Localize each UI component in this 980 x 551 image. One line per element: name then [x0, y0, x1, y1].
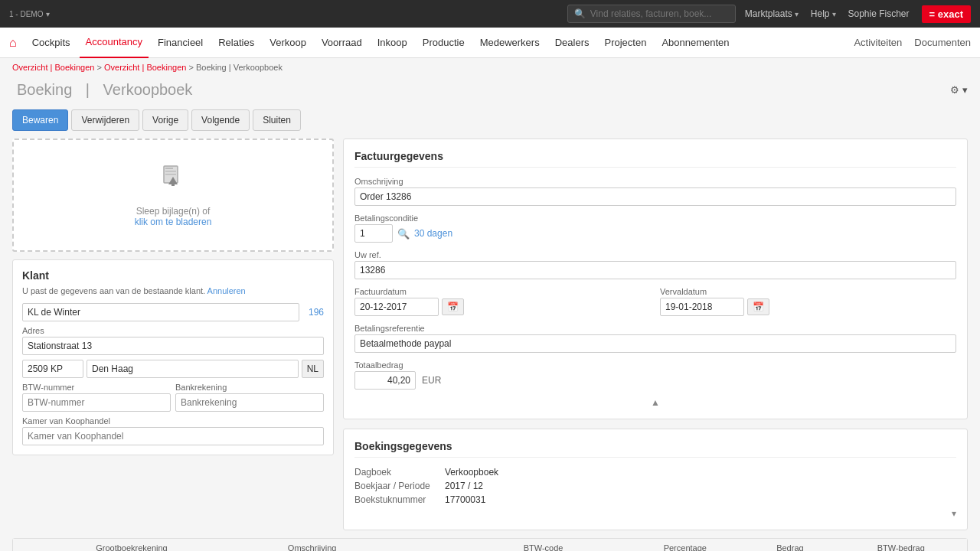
factuur-collapse-btn[interactable]: ▲ [651, 397, 660, 408]
breadcrumb-current: Boeking | Verkoopboek [196, 63, 283, 72]
title-actions[interactable]: ⚙ ▾ [950, 84, 968, 96]
bewaren-button[interactable]: Bewaren [12, 109, 68, 131]
user-link[interactable]: Sophie Fischer [848, 8, 910, 19]
home-icon[interactable]: ⌂ [9, 36, 17, 50]
breadcrumb-link-1[interactable]: Overzicht | Boekingen [12, 63, 94, 72]
vorige-button[interactable]: Vorige [142, 109, 188, 131]
omschrijving-input[interactable] [354, 187, 956, 206]
adres-label: Adres [22, 326, 324, 335]
factuur-title: Factuurgegevens [354, 150, 956, 168]
volgende-button[interactable]: Volgende [191, 109, 250, 131]
demo-chevron: ▾ [46, 10, 50, 18]
nav-dealers[interactable]: Dealers [549, 28, 596, 58]
svg-rect-5 [172, 180, 175, 186]
land-badge[interactable]: NL [302, 360, 324, 378]
totaal-input[interactable] [354, 371, 416, 390]
betaling-label: Betalingsconditie [354, 214, 956, 223]
klant-name-row: 196 [22, 303, 324, 321]
factuurdatum-input[interactable] [354, 298, 439, 316]
postcode-input[interactable] [22, 360, 83, 378]
nav-financieel[interactable]: Financieel [152, 28, 209, 58]
nav-inkoop[interactable]: Inkoop [371, 28, 413, 58]
page-title: Boeking | Verkoopboek [12, 81, 197, 99]
boeking-title: Boekingsgegevens [354, 440, 956, 458]
betalingref-label: Betalingsreferentie [354, 324, 956, 333]
th-bedrag: Bedrag [770, 539, 871, 551]
straat-input[interactable] [22, 337, 324, 355]
sluiten-button[interactable]: Sluiten [253, 109, 301, 131]
browse-link[interactable]: klik om te bladeren [135, 217, 212, 227]
klant-name-input[interactable] [22, 303, 299, 321]
documenten-link[interactable]: Documenten [914, 37, 971, 48]
search-input[interactable] [590, 8, 720, 19]
btw-input[interactable] [22, 393, 171, 412]
nav-accountancy[interactable]: Accountancy [80, 28, 149, 58]
boeking-collapse-btn[interactable]: ▾ [952, 508, 956, 519]
right-panels: Factuurgegevens Omschrijving Betalingsco… [343, 139, 968, 530]
btw-bank-row: BTW-nummer Bankrekening [22, 383, 324, 412]
betaling-link[interactable]: 30 dagen [414, 228, 452, 239]
help-chevron: ▾ [832, 10, 836, 18]
th-btw-code: BTW-code [518, 539, 658, 551]
periode-row: Boekjaar / Periode 2017 / 12 [354, 481, 956, 491]
chevron-down-icon: ▾ [962, 84, 968, 96]
attachment-box[interactable]: Sleep bijlage(n) of klik om te bladeren [12, 139, 334, 252]
nav-voorraad[interactable]: Voorraad [315, 28, 368, 58]
nav-projecten[interactable]: Projecten [598, 28, 652, 58]
help-link[interactable]: Help ▾ [811, 8, 836, 19]
settings-icon: ⚙ [950, 84, 959, 96]
nav-medewerkers[interactable]: Medewerkers [474, 28, 546, 58]
nav-relaties[interactable]: Relaties [212, 28, 260, 58]
straat-row [22, 337, 324, 355]
marktplaats-chevron: ▾ [795, 10, 799, 18]
main-nav: ⌂ Cockpits Accountancy Financieel Relati… [0, 28, 980, 58]
global-search[interactable]: 🔍 [567, 5, 736, 23]
boekstuknr-label: Boekstuknummer [354, 494, 439, 505]
nav-cockpits[interactable]: Cockpits [26, 28, 77, 58]
betaling-num-input[interactable] [354, 224, 393, 243]
upload-icon [29, 163, 317, 200]
top-bar: 1 - DEMO ▾ 🔍 Marktplaats ▾ Help ▾ Sophie… [0, 0, 980, 28]
bank-input[interactable] [175, 393, 324, 412]
demo-selector[interactable]: 1 - DEMO ▾ [9, 10, 50, 18]
activiteiten-link[interactable]: Activiteiten [854, 37, 902, 48]
datum-row: Factuurdatum 📅 Vervaldatum 📅 [354, 287, 956, 324]
stad-input[interactable] [87, 360, 299, 378]
demo-label: 1 - DEMO [9, 10, 43, 18]
uwref-input[interactable] [354, 261, 956, 279]
breadcrumb-link-2[interactable]: Overzicht | Boekingen [104, 63, 186, 72]
annuleren-link[interactable]: Annuleren [207, 286, 246, 295]
breadcrumb: Overzicht | Boekingen > Overzicht | Boek… [0, 58, 980, 77]
verwijderen-button[interactable]: Verwijderen [71, 109, 139, 131]
vervaldatum-input[interactable] [660, 298, 744, 316]
factuurdatum-label: Factuurdatum [354, 287, 651, 296]
uwref-group: Uw ref. [354, 250, 956, 279]
factuurdatum-group: Factuurdatum 📅 [354, 287, 651, 316]
th-gb: Grootboekrekening [90, 539, 282, 551]
vervaldatum-group: Vervaldatum 📅 [660, 287, 956, 316]
btw-label: BTW-nummer [22, 383, 171, 392]
exact-logo: = exact [922, 5, 971, 23]
postcode-row: NL [22, 360, 324, 378]
eur-label: EUR [422, 375, 441, 386]
nav-productie[interactable]: Productie [416, 28, 471, 58]
omschrijving-label: Omschrijving [354, 177, 956, 186]
dagboek-value: Verkoopboek [445, 467, 498, 478]
dagboek-row: Dagboek Verkoopboek [354, 467, 956, 478]
boekstuknr-value: 17700031 [445, 494, 485, 505]
betalingref-input[interactable] [354, 334, 956, 353]
marktplaats-link[interactable]: Marktplaats ▾ [745, 8, 799, 19]
left-panel: Sleep bijlage(n) of klik om te bladeren … [12, 139, 334, 530]
betaling-search-icon: 🔍 [397, 228, 410, 240]
nav-abonnementen[interactable]: Abonnementen [655, 28, 735, 58]
periode-value: 2017 / 12 [445, 481, 483, 491]
dagboek-label: Dagboek [354, 467, 439, 478]
klant-number[interactable]: 196 [309, 307, 324, 318]
periode-label: Boekjaar / Periode [354, 481, 439, 491]
factuurdatum-cal[interactable]: 📅 [442, 298, 464, 315]
vervaldatum-cal[interactable]: 📅 [747, 298, 769, 315]
page-title-area: Boeking | Verkoopboek ⚙ ▾ [0, 77, 980, 106]
nav-verkoop[interactable]: Verkoop [263, 28, 312, 58]
bank-label: Bankrekening [175, 383, 324, 392]
kvk-input[interactable] [22, 427, 324, 445]
